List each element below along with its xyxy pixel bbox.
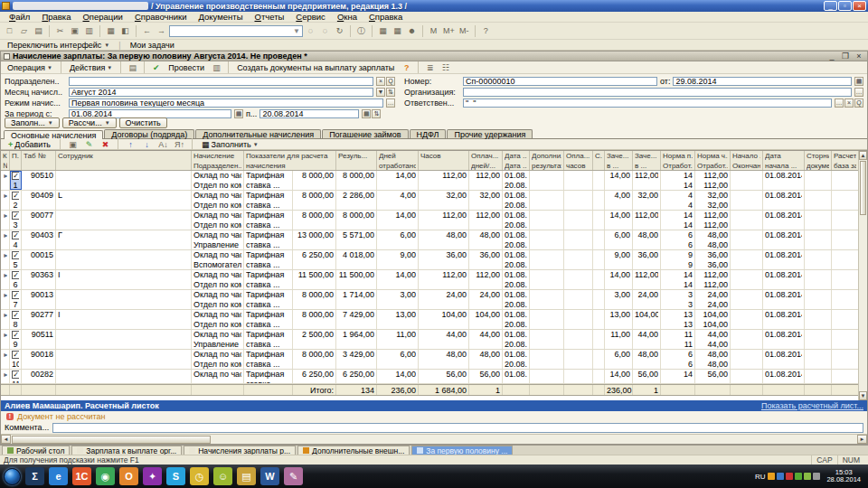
cell-begin-date[interactable]: 01.08.2014: [763, 330, 805, 349]
cell-offset-days[interactable]: 6,00: [605, 230, 633, 249]
row-checkbox[interactable]: ✓: [12, 211, 19, 220]
cell-base[interactable]: [832, 211, 859, 230]
calendar-icon[interactable]: ▦: [854, 77, 863, 86]
tab-Основные начисления[interactable]: Основные начисления: [4, 130, 103, 139]
delete-row-icon[interactable]: ✖: [99, 137, 112, 151]
lookup-icon[interactable]: Q: [386, 77, 395, 86]
menu-item-Справка[interactable]: Справка: [363, 12, 408, 22]
cell-employee[interactable]: [56, 211, 192, 230]
cell-offset-days[interactable]: 4,00: [605, 191, 633, 210]
cell-additional-result[interactable]: [530, 290, 564, 309]
cell-paid-hours[interactable]: [564, 370, 593, 383]
menu-item-Отчеты[interactable]: Отчеты: [249, 12, 289, 22]
sort-asc-icon[interactable]: А↓: [156, 137, 170, 151]
cell-dates[interactable]: 01.08...: [503, 370, 530, 383]
post-document-icon[interactable]: ✔: [149, 61, 163, 74]
cell-paid-days[interactable]: 36,00: [469, 250, 503, 269]
tray-icon[interactable]: [768, 473, 775, 480]
cell-paid-hours[interactable]: [564, 250, 593, 269]
cell-norm-days[interactable]: 1414: [661, 171, 695, 190]
cell-result[interactable]: 6 250,00: [336, 370, 377, 383]
minimize-button[interactable]: _: [824, 1, 837, 11]
find-icon[interactable]: ◌: [304, 24, 317, 38]
move-up-icon[interactable]: ↑: [124, 137, 137, 151]
row-check-cell[interactable]: ✓2: [10, 191, 22, 210]
start-button[interactable]: [4, 468, 21, 485]
window-tab-За первую половину ...[interactable]: За первую половину ...: [411, 446, 513, 455]
cell-offset-hours[interactable]: 112,00: [633, 270, 661, 289]
cell-storno[interactable]: [805, 270, 832, 289]
report-icon[interactable]: ▦: [391, 24, 404, 38]
cell-result[interactable]: 8 000,00: [336, 171, 377, 190]
column-header-days[interactable]: Днейотработано: [377, 151, 419, 170]
cell-tab-number[interactable]: 90077: [22, 211, 56, 230]
cell-additional-result[interactable]: [530, 171, 564, 190]
cell-s[interactable]: [593, 350, 605, 369]
window-tab-Дополнительные внешн...[interactable]: Дополнительные внешн...: [297, 446, 410, 455]
cell-indicator-value[interactable]: 8 000,00: [293, 211, 336, 230]
row-checkbox[interactable]: ✓: [12, 311, 19, 319]
cell-s[interactable]: [593, 270, 605, 289]
column-header-storno[interactable]: Сторнир...документ: [805, 151, 832, 170]
cell-offset-days[interactable]: 14,00: [605, 270, 633, 289]
row-checkbox[interactable]: ✓: [12, 351, 19, 359]
taskbar-icon-explorer[interactable]: ▤: [237, 467, 256, 485]
cell-start-end[interactable]: [731, 330, 763, 349]
cell-employee[interactable]: [56, 171, 192, 190]
cell-offset-hours[interactable]: 112,00: [633, 211, 661, 230]
cell-accrual[interactable]: Оклад по часамОтдел по ком...: [192, 191, 244, 210]
column-header-s[interactable]: С...: [593, 151, 605, 170]
cell-indicator-name[interactable]: Тарифнаяставка ...: [244, 270, 293, 289]
structure-icon[interactable]: ≣: [423, 61, 437, 74]
row-check-cell[interactable]: ✓9: [10, 330, 22, 349]
cell-start-end[interactable]: [731, 310, 763, 329]
cell-base[interactable]: [832, 290, 859, 309]
redo-icon[interactable]: →: [155, 24, 168, 38]
switch-interface-button[interactable]: Переключить интерфейс▼: [4, 41, 113, 50]
cell-storno[interactable]: [805, 171, 832, 190]
cell-indicator-name[interactable]: Тарифнаяставка ...: [244, 230, 293, 249]
mode-input[interactable]: [69, 99, 383, 108]
row-checkbox[interactable]: ✓: [12, 271, 19, 279]
cell-days[interactable]: 13,00: [377, 310, 419, 329]
cell-s[interactable]: [593, 171, 605, 190]
scroll-down-icon[interactable]: ▼: [859, 391, 867, 400]
cell-offset-days[interactable]: 13,00: [605, 310, 633, 329]
cell-days[interactable]: 3,00: [377, 290, 419, 309]
row-checkbox[interactable]: ✓: [12, 291, 19, 299]
cell-dates[interactable]: 01.08...20.08...: [503, 171, 530, 190]
cell-storno[interactable]: [805, 350, 832, 369]
column-header-db[interactable]: Датаначала ...: [763, 151, 805, 170]
menu-item-Операции[interactable]: Операции: [77, 12, 127, 22]
cell-indicator-value[interactable]: 8 000,00: [293, 350, 336, 369]
cell-s[interactable]: [593, 330, 605, 349]
cell-norm-hours[interactable]: 112,00112,00: [695, 171, 731, 190]
cell-offset-days[interactable]: 14,00: [605, 211, 633, 230]
dropdown-icon[interactable]: ▼: [376, 88, 385, 97]
cell-employee[interactable]: I: [56, 270, 192, 289]
cell-days[interactable]: 14,00: [377, 370, 419, 383]
tray-icon[interactable]: [777, 473, 784, 480]
refresh-icon[interactable]: ↻: [333, 24, 346, 38]
column-header-nh[interactable]: Норма ч...Отработ...: [695, 151, 731, 170]
cell-result[interactable]: 11 500,00: [336, 270, 377, 289]
cell-norm-days[interactable]: 14: [661, 370, 695, 383]
cell-start-end[interactable]: [731, 270, 763, 289]
cell-result[interactable]: 3 429,00: [336, 350, 377, 369]
cell-additional-result[interactable]: [530, 230, 564, 249]
cell-accrual[interactable]: Оклад по часамОтдел по ком...: [192, 350, 244, 369]
taskbar-icon-word[interactable]: W: [260, 467, 279, 485]
cell-employee[interactable]: [56, 350, 192, 369]
cell-days[interactable]: 14,00: [377, 211, 419, 230]
cell-employee[interactable]: Г: [56, 230, 192, 249]
tab-НДФЛ[interactable]: НДФЛ: [410, 129, 447, 138]
doc-date-input[interactable]: [673, 77, 852, 86]
save-document-icon[interactable]: ▤: [126, 61, 139, 74]
cell-indicator-name[interactable]: Тарифнаяставка ...: [244, 350, 293, 369]
cell-paid-hours[interactable]: [564, 171, 593, 190]
cell-begin-date[interactable]: 01.08.2014: [763, 350, 805, 369]
cell-days[interactable]: 6,00: [377, 230, 419, 249]
cell-norm-days[interactable]: 1414: [661, 270, 695, 289]
cell-s[interactable]: [593, 310, 605, 329]
cell-paid-hours[interactable]: [564, 230, 593, 249]
